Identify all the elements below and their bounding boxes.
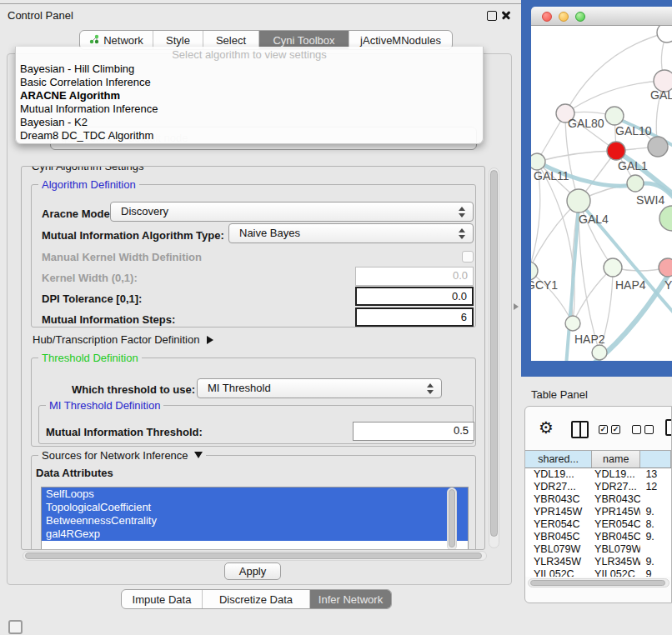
network-node-y[interactable] [659, 258, 672, 277]
dropdown-item-aracne-algorithm[interactable]: ARACNE Algorithm [16, 89, 483, 102]
which-threshold-value: MI Threshold [208, 382, 271, 394]
tab-impute-data[interactable]: Impute Data [122, 590, 203, 608]
mi-algorithm-type-value: Naive Bayes [239, 227, 300, 239]
network-window-titlebar[interactable] [531, 7, 672, 26]
show-columns-icon[interactable]: ✓✓ [599, 425, 620, 434]
sources-group: Sources for Network Inference Data Attri… [31, 455, 476, 550]
network-node[interactable] [659, 206, 672, 231]
aracne-mode-combobox[interactable]: Discovery [110, 202, 474, 222]
mi-algorithm-type-combobox[interactable]: Naive Bayes [228, 223, 474, 243]
column-header-name[interactable]: name [592, 451, 640, 468]
table-row[interactable]: YBR043CYBR043C [525, 493, 671, 506]
network-node[interactable] [648, 137, 668, 157]
threshold-definition-title: Threshold Definition [38, 352, 142, 364]
dropdown-item-bayesian-k2[interactable]: Bayesian - K2 [16, 116, 483, 129]
manual-kernel-checkbox[interactable] [462, 251, 474, 262]
network-node-hap2[interactable] [565, 316, 580, 331]
table-row[interactable]: YLR345WYLR345W9. [525, 556, 671, 568]
dropdown-item-basic-correlation-inference[interactable]: Basic Correlation Inference [16, 76, 483, 89]
network-node-gal4[interactable] [567, 189, 590, 212]
apply-button[interactable]: Apply [224, 562, 281, 580]
table-row[interactable]: YER054CYER054C8. [525, 518, 671, 531]
table-cell: YIL052C [525, 568, 592, 577]
sources-title[interactable]: Sources for Network Inference [38, 449, 206, 462]
hide-columns-icon[interactable] [632, 425, 654, 434]
tab-infer-network[interactable]: Infer Network [310, 590, 391, 608]
expand-right-icon [207, 336, 213, 344]
network-view-canvas[interactable]: GALGAL80GAL10GAL1GAL11GAL4SWI4GCY1HAP4YH… [531, 26, 672, 361]
which-threshold-label: Which threshold to use: [72, 383, 195, 396]
table-row[interactable]: YDL19...YDL19...13 [525, 468, 671, 481]
dpi-tolerance-field[interactable]: 0.0 [355, 287, 474, 306]
tab-discretize-data[interactable]: Discretize Data [203, 590, 310, 608]
window-top-edge [0, 3, 525, 4]
table-horizontal-scrollbar[interactable] [528, 578, 669, 588]
network-node-gal10[interactable] [605, 107, 624, 125]
threshold-definition-group: Threshold Definition Which threshold to … [31, 358, 476, 447]
dpi-tolerance-label: DPI Tolerance [0,1]: [42, 292, 142, 305]
network-edge [537, 162, 574, 323]
table-cell: 9 [640, 568, 671, 577]
table-cell: YDL19... [525, 468, 592, 481]
which-threshold-combobox[interactable]: MI Threshold [197, 378, 442, 398]
mac-close-icon[interactable] [542, 12, 552, 22]
settings-group-title: Cyni Algorithm Settings [28, 166, 147, 172]
hub-definition-label: Hub/Transcription Factor Definition [33, 333, 199, 346]
network-node[interactable] [657, 26, 672, 42]
collapse-down-icon [194, 452, 203, 458]
attribute-item-betweennesscentrality[interactable]: BetweennessCentrality [42, 514, 468, 528]
table-rows: YDL19...YDL19...13YDR27...YDR27...12YBR0… [525, 468, 671, 577]
dropdown-item-bayesian-hill-climbing[interactable]: Bayesian - Hill Climbing [16, 62, 483, 76]
mi-threshold-field[interactable]: 0.5 [353, 422, 474, 441]
network-node-gal11[interactable] [531, 153, 545, 170]
mac-zoom-icon[interactable] [575, 12, 585, 22]
table-cell: YDR27... [525, 481, 592, 493]
attribute-item-topologicalcoefficient[interactable]: TopologicalCoefficient [42, 501, 468, 514]
network-node-hap4[interactable] [604, 258, 622, 277]
export-table-icon[interactable] [665, 419, 672, 436]
table-cell: 8. [640, 518, 671, 531]
spinner-arrows-icon [458, 207, 465, 218]
dropdown-item-dream8-dc-tdc-algorithm[interactable]: Dream8 DC_TDC Algorithm [16, 129, 483, 142]
network-node-label: HAP2 [574, 332, 605, 346]
table-row[interactable]: YDR27...YDR27...12 [525, 481, 671, 493]
panel-grip-icon[interactable] [8, 620, 23, 634]
column-header-shared[interactable]: shared... [525, 451, 592, 468]
attribute-item-selfloops[interactable]: SelfLoops [42, 488, 468, 501]
kernel-width-label: Kernel Width (0,1): [42, 272, 138, 284]
network-node-swi4[interactable] [627, 175, 644, 192]
column-header-col2[interactable] [640, 451, 671, 468]
tab-label: Cyni Toolbox [273, 34, 334, 47]
aracne-mode-value: Discovery [121, 205, 168, 218]
settings-horizontal-scrollbar[interactable] [23, 551, 487, 561]
network-node[interactable] [592, 345, 607, 360]
table-row[interactable]: YPR145WYPR145W9. [525, 506, 671, 518]
gear-icon[interactable]: ⚙ [539, 418, 554, 437]
table-row[interactable]: YBR045CYBR045C9. [525, 531, 671, 543]
table-cell: YBR045C [525, 531, 592, 543]
cyni-algorithm-settings-group: Cyni Algorithm Settings Algorithm Defini… [21, 166, 485, 550]
attributes-list-scrollbar[interactable] [447, 488, 457, 550]
tab-label: Style [166, 34, 190, 47]
mi-steps-field[interactable]: 6 [355, 308, 474, 327]
network-tab-icon [89, 34, 99, 47]
hub-definition-toggle[interactable]: Hub/Transcription Factor Definition [33, 333, 213, 346]
table-row[interactable]: YIL052CYIL052C9 [525, 568, 671, 577]
kernel-width-field[interactable]: 0.0 [355, 267, 474, 286]
data-attributes-label: Data Attributes [36, 467, 113, 479]
network-node-label: SWI4 [636, 193, 664, 207]
attribute-item-gal4rgexp[interactable]: gal4RGexp [42, 528, 468, 541]
mi-threshold-group: MI Threshold Definition Mutual Informati… [38, 405, 474, 444]
table-row[interactable]: YBL079WYBL079W [525, 543, 671, 556]
split-view-icon[interactable] [571, 421, 589, 438]
data-attributes-list[interactable]: SelfLoopsTopologicalCoefficientBetweenne… [41, 487, 469, 550]
table-cell: YBR043C [525, 493, 592, 506]
float-window-icon[interactable] [487, 11, 497, 21]
network-node-gal1[interactable] [607, 142, 625, 160]
mac-minimize-icon[interactable] [559, 12, 569, 22]
close-icon[interactable] [501, 10, 511, 20]
table-cell: 9. [640, 531, 671, 543]
split-pane-arrow-icon[interactable] [514, 303, 519, 310]
dropdown-item-mutual-information-inference[interactable]: Mutual Information Inference [16, 102, 483, 116]
settings-vertical-scrollbar[interactable] [489, 168, 499, 548]
